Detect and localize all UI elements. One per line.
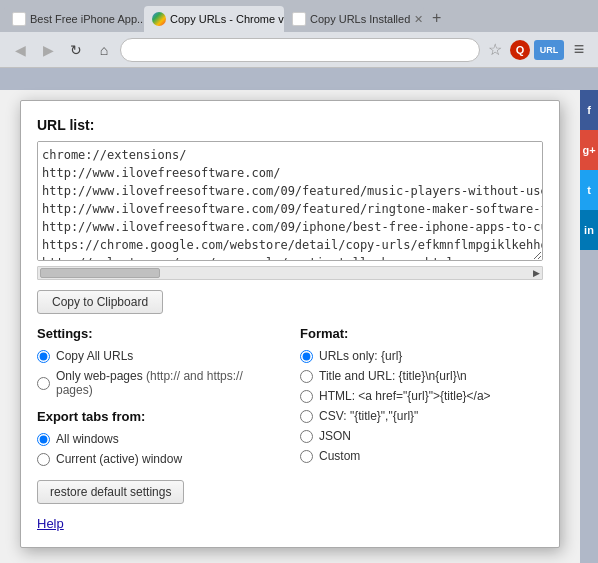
- tab-1-label: Best Free iPhone App...: [30, 13, 144, 25]
- format-json-radio[interactable]: [300, 430, 313, 443]
- home-icon: ⌂: [100, 42, 108, 58]
- scroll-right-arrow[interactable]: ▶: [533, 268, 540, 278]
- reload-button[interactable]: ↻: [64, 38, 88, 62]
- scrollbar-thumb[interactable]: [40, 268, 160, 278]
- tab-2-label: Copy URLs - Chrome v...: [170, 13, 284, 25]
- format-html-label: HTML: <a href="{url}">{title}</a>: [319, 389, 491, 403]
- help-link[interactable]: Help: [37, 516, 64, 531]
- menu-icon[interactable]: ≡: [568, 39, 590, 61]
- current-window-option[interactable]: Current (active) window: [37, 452, 280, 466]
- browser-chrome: Best Free iPhone App... ✕ Copy URLs - Ch…: [0, 0, 598, 68]
- modal-dialog: URL list: ▶ Copy to Clipboard Settings: …: [20, 100, 560, 548]
- bookmark-star-icon[interactable]: ☆: [484, 39, 506, 61]
- right-column: Format: URLs only: {url} Title and URL: …: [300, 326, 543, 531]
- format-title-url[interactable]: Title and URL: {title}\n{url}\n: [300, 369, 543, 383]
- export-section: Export tabs from: All windows Current (a…: [37, 409, 280, 504]
- modal-title: URL list:: [37, 117, 543, 133]
- all-windows-radio[interactable]: [37, 433, 50, 446]
- url-extension-icon[interactable]: URL: [534, 40, 564, 60]
- format-urls-only-radio[interactable]: [300, 350, 313, 363]
- url-list-textarea[interactable]: [37, 141, 543, 261]
- back-icon: ◀: [15, 42, 26, 58]
- nav-bar: ◀ ▶ ↻ ⌂ ☆ Q URL ≡: [0, 32, 598, 68]
- settings-title: Settings:: [37, 326, 280, 341]
- only-web-pages-suffix: (http:// and https:// pages): [56, 369, 243, 397]
- format-csv-label: CSV: "{title}","{url}": [319, 409, 418, 423]
- format-csv-radio[interactable]: [300, 410, 313, 423]
- back-button[interactable]: ◀: [8, 38, 32, 62]
- tab-favicon-1: [12, 12, 26, 26]
- new-tab-button[interactable]: +: [424, 7, 449, 29]
- tab-3[interactable]: Copy URLs Installed ✕: [284, 6, 424, 32]
- format-urls-only-label: URLs only: {url}: [319, 349, 402, 363]
- only-web-pages-radio[interactable]: [37, 377, 50, 390]
- notification-icon[interactable]: Q: [510, 40, 530, 60]
- address-bar[interactable]: [120, 38, 480, 62]
- forward-button[interactable]: ▶: [36, 38, 60, 62]
- format-custom-radio[interactable]: [300, 450, 313, 463]
- format-html-radio[interactable]: [300, 390, 313, 403]
- format-html[interactable]: HTML: <a href="{url}">{title}</a>: [300, 389, 543, 403]
- format-custom[interactable]: Custom: [300, 449, 543, 463]
- restore-defaults-button[interactable]: restore default settings: [37, 480, 184, 504]
- tab-favicon-3: [292, 12, 306, 26]
- current-window-radio[interactable]: [37, 453, 50, 466]
- left-column: Settings: Copy All URLs Only web-pages (…: [37, 326, 280, 531]
- horizontal-scrollbar[interactable]: ▶: [37, 266, 543, 280]
- tab-3-label: Copy URLs Installed: [310, 13, 410, 25]
- only-web-pages-label: Only web-pages (http:// and https:// pag…: [56, 369, 280, 397]
- tab-3-close[interactable]: ✕: [414, 13, 423, 26]
- format-custom-label: Custom: [319, 449, 360, 463]
- twitter-sidebar-button[interactable]: t: [580, 170, 598, 210]
- googleplus-sidebar-button[interactable]: g+: [580, 130, 598, 170]
- format-title-url-radio[interactable]: [300, 370, 313, 383]
- tab-favicon-2: [152, 12, 166, 26]
- format-title-url-label: Title and URL: {title}\n{url}\n: [319, 369, 467, 383]
- tab-bar: Best Free iPhone App... ✕ Copy URLs - Ch…: [0, 0, 598, 32]
- all-windows-label: All windows: [56, 432, 119, 446]
- forward-icon: ▶: [43, 42, 54, 58]
- format-json-label: JSON: [319, 429, 351, 443]
- tab-2[interactable]: Copy URLs - Chrome v... ✕: [144, 6, 284, 32]
- copy-to-clipboard-button[interactable]: Copy to Clipboard: [37, 290, 163, 314]
- reload-icon: ↻: [70, 42, 82, 58]
- settings-format-columns: Settings: Copy All URLs Only web-pages (…: [37, 326, 543, 531]
- format-json[interactable]: JSON: [300, 429, 543, 443]
- format-csv[interactable]: CSV: "{title}","{url}": [300, 409, 543, 423]
- nav-icons: ☆ Q URL ≡: [484, 39, 590, 61]
- format-urls-only[interactable]: URLs only: {url}: [300, 349, 543, 363]
- tab-1[interactable]: Best Free iPhone App... ✕: [4, 6, 144, 32]
- home-button[interactable]: ⌂: [92, 38, 116, 62]
- copy-all-urls-radio[interactable]: [37, 350, 50, 363]
- linkedin-sidebar-button[interactable]: in: [580, 210, 598, 250]
- page-content: URL list: ▶ Copy to Clipboard Settings: …: [0, 90, 580, 563]
- copy-all-urls-option[interactable]: Copy All URLs: [37, 349, 280, 363]
- export-title: Export tabs from:: [37, 409, 280, 424]
- all-windows-option[interactable]: All windows: [37, 432, 280, 446]
- only-web-pages-option[interactable]: Only web-pages (http:// and https:// pag…: [37, 369, 280, 397]
- current-window-label: Current (active) window: [56, 452, 182, 466]
- format-title: Format:: [300, 326, 543, 341]
- copy-all-urls-label: Copy All URLs: [56, 349, 133, 363]
- social-sidebar: f g+ t in: [580, 90, 598, 250]
- facebook-sidebar-button[interactable]: f: [580, 90, 598, 130]
